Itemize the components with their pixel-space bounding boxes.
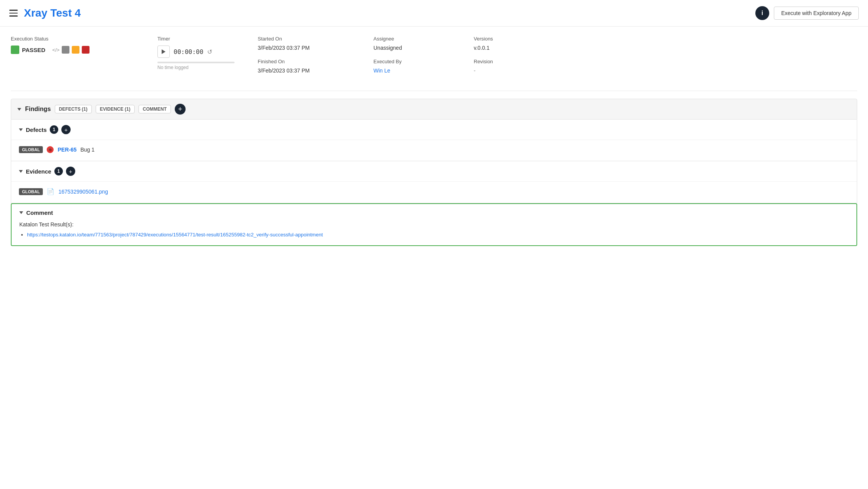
file-icon: 📄 — [47, 188, 54, 195]
execution-status-col: Execution Status PASSED </> — [11, 36, 157, 54]
started-on-field: Started On 3/Feb/2023 03:37 PM — [258, 36, 358, 51]
tab-evidence[interactable]: EVIDENCE (1) — [96, 105, 135, 113]
evidence-subsection: Evidence 1 + GLOBAL 📄 1675329905061.png — [11, 161, 857, 203]
bug-icon: 🐞 — [47, 146, 54, 153]
executed-by-field: Executed By Win Le — [373, 59, 458, 74]
passed-dot — [11, 46, 19, 54]
meta-grid: Started On 3/Feb/2023 03:37 PM Assignee … — [258, 36, 857, 81]
status-text: PASSED — [22, 47, 46, 53]
play-button[interactable] — [157, 46, 170, 58]
info-button[interactable]: i — [755, 6, 769, 20]
started-on-label: Started On — [258, 36, 358, 42]
timer-col: Timer 00:00:00 ↺ No time logged — [157, 36, 258, 70]
defect-id[interactable]: PER-65 — [57, 147, 76, 153]
evidence-content: GLOBAL 📄 1675329905061.png — [11, 181, 857, 203]
finished-on-value: 3/Feb/2023 03:37 PM — [258, 67, 358, 74]
content-area: Execution Status PASSED </> Timer — [0, 27, 868, 255]
comment-link[interactable]: https://testops.katalon.io/team/771563/p… — [27, 232, 323, 238]
play-icon — [162, 49, 165, 54]
defect-name: Bug 1 — [80, 147, 95, 153]
assignee-field: Assignee Unassigned — [373, 36, 458, 51]
reset-icon[interactable]: ↺ — [207, 48, 212, 56]
evidence-count-badge: 1 — [54, 167, 63, 175]
versions-value: v.0.0.1 — [474, 45, 543, 51]
red-dot — [82, 46, 90, 54]
evidence-header: Evidence 1 + — [11, 161, 857, 181]
findings-header: Findings DEFECTS (1) EVIDENCE (1) COMMEN… — [11, 99, 857, 120]
timer-row: 00:00:00 ↺ — [157, 46, 258, 58]
findings-collapse-icon[interactable] — [17, 108, 21, 111]
header-left: Xray Test 4 — [9, 7, 81, 19]
grey-dot — [62, 46, 69, 54]
no-time-logged: No time logged — [157, 65, 258, 70]
plus-icon: + — [64, 127, 68, 133]
revision-field: Revision - — [474, 59, 543, 81]
comment-title: Comment — [26, 209, 53, 216]
versions-field: Versions v.0.0.1 — [474, 36, 543, 51]
status-badge: PASSED — [11, 46, 46, 54]
defects-header: Defects 1 + — [11, 120, 857, 140]
header-right: i Execute with Exploratory App — [755, 6, 859, 20]
evidence-item: GLOBAL 📄 1675329905061.png — [19, 185, 849, 197]
comment-intro: Katalon Test Result(s): — [19, 221, 849, 228]
timer-value: 00:00:00 — [174, 48, 203, 56]
timer-label: Timer — [157, 36, 258, 42]
defects-content: GLOBAL 🐞 PER-65 Bug 1 — [11, 140, 857, 161]
execution-status-row: PASSED </> — [11, 46, 157, 54]
global-tag: GLOBAL — [19, 188, 43, 195]
revision-value: - — [474, 67, 543, 74]
defects-subsection: Defects 1 + GLOBAL 🐞 PER-65 Bug 1 — [11, 120, 857, 161]
progress-bar — [157, 62, 235, 63]
timer-progress: No time logged — [157, 62, 258, 70]
findings-section: Findings DEFECTS (1) EVIDENCE (1) COMMEN… — [11, 99, 857, 246]
comment-header: Comment — [12, 204, 856, 221]
add-defect-button[interactable]: + — [61, 125, 71, 134]
defect-item: GLOBAL 🐞 PER-65 Bug 1 — [19, 144, 849, 155]
status-section: Execution Status PASSED </> Timer — [11, 36, 857, 91]
hamburger-menu-icon[interactable] — [9, 10, 18, 17]
evidence-collapse-icon[interactable] — [19, 170, 23, 173]
revision-label: Revision — [474, 59, 543, 64]
execute-btn[interactable]: Execute with Exploratory App — [774, 7, 859, 20]
tab-defects[interactable]: DEFECTS (1) — [55, 105, 92, 113]
assignee-value: Unassigned — [373, 45, 458, 51]
defects-collapse-icon[interactable] — [19, 128, 23, 131]
header: Xray Test 4 i Execute with Exploratory A… — [0, 0, 868, 27]
plus-icon: + — [69, 169, 72, 174]
yellow-dot — [72, 46, 79, 54]
comment-content: Katalon Test Result(s): https://testops.… — [12, 221, 856, 245]
add-evidence-button[interactable]: + — [66, 167, 75, 176]
comment-list-item: https://testops.katalon.io/team/771563/p… — [27, 231, 849, 238]
execution-status-label: Execution Status — [11, 36, 157, 42]
add-finding-button[interactable]: + — [175, 104, 186, 115]
defects-title: Defects — [26, 126, 47, 133]
finished-on-label: Finished On — [258, 59, 358, 64]
evidence-filename[interactable]: 1675329905061.png — [58, 189, 108, 195]
findings-title: Findings — [25, 106, 51, 113]
tab-comment[interactable]: COMMENT — [138, 105, 171, 113]
versions-label: Versions — [474, 36, 543, 42]
executed-by-label: Executed By — [373, 59, 458, 64]
global-tag: GLOBAL — [19, 146, 43, 153]
comment-list: https://testops.katalon.io/team/771563/p… — [19, 231, 849, 238]
comment-collapse-icon[interactable] — [19, 211, 23, 214]
finished-on-field: Finished On 3/Feb/2023 03:37 PM — [258, 59, 358, 74]
assignee-label: Assignee — [373, 36, 458, 42]
status-icon-group: </> — [52, 46, 90, 54]
page-title: Xray Test 4 — [24, 7, 81, 19]
executed-by-value[interactable]: Win Le — [373, 67, 458, 74]
evidence-title: Evidence — [26, 168, 51, 175]
info-icon: i — [762, 10, 763, 17]
plus-icon: + — [178, 106, 182, 113]
defects-count-badge: 1 — [50, 125, 58, 134]
started-on-value: 3/Feb/2023 03:37 PM — [258, 45, 358, 51]
comment-section: Comment Katalon Test Result(s): https://… — [11, 203, 857, 246]
code-icon: </> — [52, 47, 60, 53]
